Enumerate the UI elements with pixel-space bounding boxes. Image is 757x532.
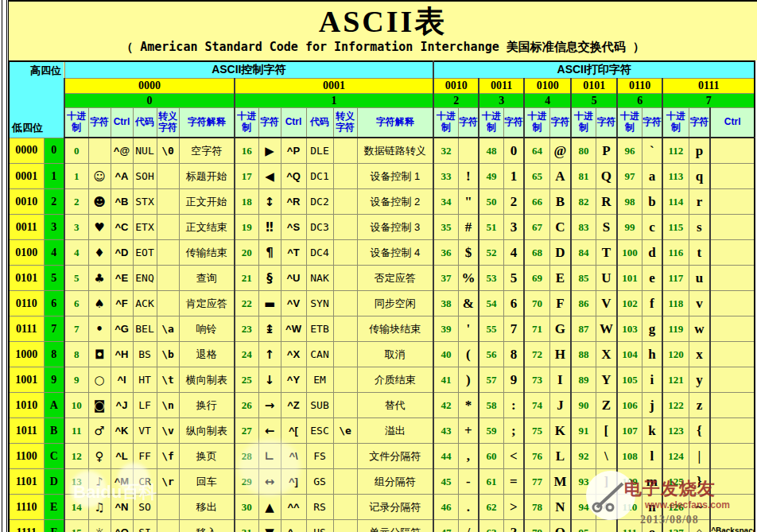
cell-code: BEL <box>133 316 157 342</box>
cell-decimal: 109 <box>617 469 642 495</box>
cell-char: X <box>596 342 617 367</box>
cell-binary: 1011 <box>9 418 44 444</box>
cell-explanation: 同步空闲 <box>357 291 433 316</box>
cell-decimal: 120 <box>662 342 689 367</box>
cell-char: • <box>88 316 111 342</box>
cell-char: 4 <box>503 240 524 266</box>
cell-decimal: 65 <box>524 164 549 189</box>
cell-explanation: 横向制表 <box>179 367 235 393</box>
cell-ctrl: ^U <box>281 266 306 291</box>
cell-char: % <box>458 266 479 291</box>
cell-escape <box>157 495 179 520</box>
cell-ctrl: ^I <box>111 367 133 393</box>
table-row: 100199○^IHT\t横向制表25↓^YEM介质结束41)57973I89Y… <box>9 367 755 393</box>
cell-hex: 4 <box>44 240 64 266</box>
cell-char: v <box>689 291 710 316</box>
cell-decimal: 54 <box>479 291 503 316</box>
cell-decimal: 72 <box>524 342 549 367</box>
cell-char: g <box>642 316 662 342</box>
cell-hex: 0 <box>44 138 64 164</box>
col-header-decimal: 十进制 <box>64 108 88 138</box>
col-header-decimal: 十进制 <box>662 108 689 138</box>
cell-decimal: 95 <box>571 520 596 532</box>
col-header-decimal: 十进制 <box>571 108 596 138</box>
cell-escape: \a <box>157 316 179 342</box>
col-header-decimal: 十进制 <box>524 108 549 138</box>
cell-char: 0 <box>503 138 524 164</box>
cell-decimal: 47 <box>433 520 458 532</box>
cell-decimal: 94 <box>571 495 596 520</box>
cell-binary: 0000 <box>9 138 44 164</box>
cell-decimal: 70 <box>524 291 549 316</box>
cell-code: DC4 <box>306 240 333 266</box>
cell-decimal: 18 <box>235 189 258 215</box>
cell-decimal: 15 <box>64 520 88 532</box>
cell-decimal: 23 <box>235 316 258 342</box>
hex-group-4: 4 <box>524 94 571 108</box>
title-block: ASCII表 （ American Standard Code for Info… <box>8 2 757 60</box>
cell-char: § <box>258 266 281 291</box>
cell-decimal: 98 <box>617 189 642 215</box>
col-header-code: 代码 <box>306 108 333 138</box>
cell-decimal: 56 <box>479 342 503 367</box>
cell-ctrl: ^P <box>281 138 306 164</box>
cell-ctrl: ^J <box>111 393 133 418</box>
cell-char: ♫ <box>88 495 111 520</box>
cell-explanation: 传输结束 <box>179 240 235 266</box>
cell-ctrl: ^C <box>111 215 133 240</box>
cell-char: j <box>642 393 662 418</box>
cell-decimal: 90 <box>571 393 596 418</box>
table-row: 1110E14♫^NSO移出30▲^^RS记录分隔符46.62>78N94^11… <box>9 495 755 520</box>
cell-decimal: 4 <box>64 240 88 266</box>
cell-char: _ <box>596 520 617 532</box>
cell-hex: 2 <box>44 189 64 215</box>
cell-decimal: 33 <box>433 164 458 189</box>
cell-decimal: 110 <box>617 495 642 520</box>
cell-escape: \0 <box>157 138 179 164</box>
hex-group-2: 2 <box>433 94 479 108</box>
cell-decimal: 43 <box>433 418 458 444</box>
cell-char: , <box>458 444 479 469</box>
high-nibble-label: 高四位 <box>30 64 61 78</box>
cell-decimal: 81 <box>571 164 596 189</box>
cell-char: ↨ <box>258 316 281 342</box>
cell-ctrl: ^F <box>111 291 133 316</box>
table-row: 1100C12♀^LFF\f换页28∟^\FS文件分隔符44,60<76L92\… <box>9 444 755 469</box>
cell-ctrl-note <box>710 291 755 316</box>
bin-group-0011: 0011 <box>479 79 524 94</box>
cell-ctrl: ^H <box>111 342 133 367</box>
cell-binary: 1000 <box>9 342 44 367</box>
cell-decimal: 35 <box>433 215 458 240</box>
cell-decimal: 123 <box>662 418 689 444</box>
cell-char: ☼ <box>88 520 111 532</box>
col-header-ctrl-last: Ctrl <box>710 108 755 138</box>
cell-decimal: 49 <box>479 164 503 189</box>
cell-ctrl: ^R <box>281 189 306 215</box>
cell-binary: 0101 <box>9 266 44 291</box>
cell-code: DC2 <box>306 189 333 215</box>
cell-ctrl: ^Q <box>281 164 306 189</box>
cell-code: BS <box>133 342 157 367</box>
cell-decimal: 97 <box>617 164 642 189</box>
cell-ctrl: ^Y <box>281 367 306 393</box>
cell-char: @ <box>549 138 571 164</box>
cell-code: DLE <box>306 138 333 164</box>
cell-char: a <box>642 164 662 189</box>
cell-binary: 0100 <box>9 240 44 266</box>
col-header-ctrl: Ctrl <box>111 108 133 138</box>
cell-char: ▼ <box>258 520 281 532</box>
cell-binary: 0010 <box>9 189 44 215</box>
cell-ctrl-note <box>710 189 755 215</box>
cell-char: 8 <box>503 342 524 367</box>
cell-decimal: 11 <box>64 418 88 444</box>
cell-char: V <box>596 291 617 316</box>
cell-decimal: 100 <box>617 240 642 266</box>
cell-ctrl-note <box>710 418 755 444</box>
cell-decimal: 19 <box>235 215 258 240</box>
cell-char: ▲ <box>258 495 281 520</box>
cell-escape <box>333 367 357 393</box>
cell-escape: \t <box>157 367 179 393</box>
cell-hex: 5 <box>44 266 64 291</box>
cell-decimal: 29 <box>235 469 258 495</box>
hex-group-7: 7 <box>662 94 755 108</box>
